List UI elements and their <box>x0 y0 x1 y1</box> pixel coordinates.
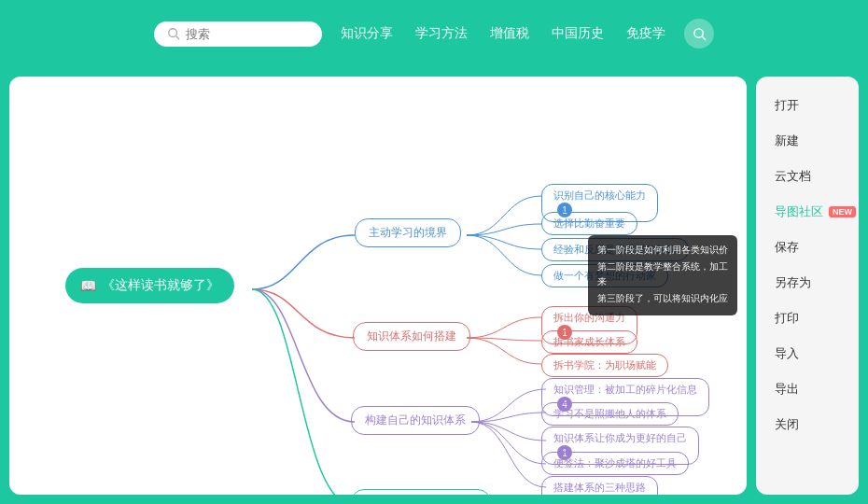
sidebar-item-open[interactable]: 打开 <box>756 88 859 123</box>
nav-item-history[interactable]: 中国历史 <box>552 25 604 42</box>
search-button[interactable] <box>684 19 714 49</box>
root-icon: 📖 <box>80 278 96 293</box>
sidebar-item-saveas[interactable]: 另存为 <box>756 265 859 301</box>
svg-line-3 <box>702 36 705 39</box>
tooltip-box: 第一阶段是如何利用各类知识价 第二阶段是教学整合系统，加工来 第三阶段了，可以将… <box>588 235 737 315</box>
branch-node-1[interactable]: 主动学习的境界 <box>355 218 461 247</box>
header: 知识分享 学习方法 增值税 中国历史 免疫学 <box>0 0 868 67</box>
mindmap-container[interactable]: 📖 《这样读书就够了》 主动学习的境界 识别自己的核心能力 1 选择比勤奋重要 … <box>9 77 747 495</box>
search-bar[interactable] <box>154 21 322 47</box>
sidebar-item-print[interactable]: 打印 <box>756 301 859 336</box>
root-node[interactable]: 📖 《这样读书就够了》 <box>65 268 234 303</box>
branch-node-4[interactable]: 打造学习力的三个推度 <box>351 489 491 495</box>
tooltip-line-1: 第一阶段是如何利用各类知识价 <box>597 243 728 258</box>
right-sidebar: 打开 新建 云文档 导图社区 NEW 保存 另存为 打印 导入 导出 关闭 <box>756 77 859 495</box>
sidebar-item-import[interactable]: 导入 <box>756 336 859 371</box>
sidebar-item-export[interactable]: 导出 <box>756 371 859 407</box>
sidebar-item-save[interactable]: 保存 <box>756 230 859 265</box>
search-input[interactable] <box>186 27 298 41</box>
sidebar-item-close[interactable]: 关闭 <box>756 407 859 442</box>
branch-node-2[interactable]: 知识体系如何搭建 <box>353 322 470 351</box>
nav-items: 知识分享 学习方法 增值税 中国历史 免疫学 <box>341 25 665 42</box>
new-badge: NEW <box>829 206 856 217</box>
branch-node-3[interactable]: 构建自己的知识体系 <box>351 406 480 435</box>
nav-item-tax[interactable]: 增值税 <box>490 25 529 42</box>
search-btn-icon <box>693 27 707 41</box>
nav-item-study-method[interactable]: 学习方法 <box>415 25 468 42</box>
main-content: 📖 《这样读书就够了》 主动学习的境界 识别自己的核心能力 1 选择比勤奋重要 … <box>0 67 868 504</box>
sidebar-item-community[interactable]: 导图社区 NEW <box>756 194 859 230</box>
sidebar-item-cloud[interactable]: 云文档 <box>756 159 859 194</box>
tooltip-line-2: 第二阶段是教学整合系统，加工来 <box>597 259 728 289</box>
sidebar-item-new[interactable]: 新建 <box>756 123 859 159</box>
nav-item-immune[interactable]: 免疫学 <box>626 25 665 42</box>
tooltip-line-3: 第三阶段了，可以将知识内化应 <box>597 291 728 306</box>
nav-item-knowledge-share[interactable]: 知识分享 <box>341 25 393 42</box>
leaf-2-2[interactable]: 拆书家成长体系 <box>541 330 637 354</box>
leaf-1-2[interactable]: 选择比勤奋重要 <box>541 212 637 235</box>
leaf-3-5[interactable]: 搭建体系的三种思路 3 <box>541 476 658 495</box>
leaf-3-4[interactable]: 便签法：聚沙成塔的好工具 <box>541 452 689 475</box>
search-icon <box>167 27 180 40</box>
svg-line-1 <box>176 36 179 39</box>
leaf-2-3[interactable]: 拆书学院：为职场赋能 <box>541 354 668 377</box>
leaf-3-2[interactable]: 学习不是照搬他人的体系 <box>541 402 679 426</box>
